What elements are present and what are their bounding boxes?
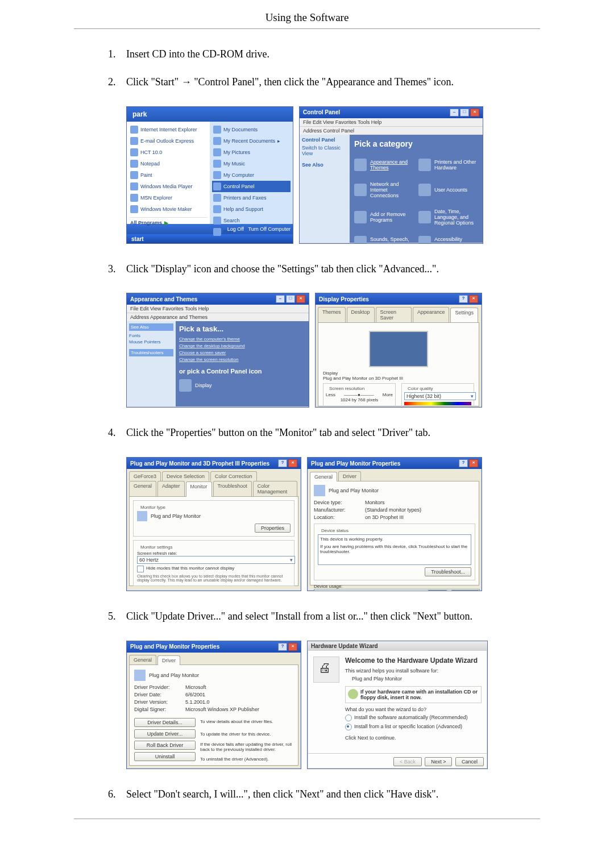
- icon-display[interactable]: Display: [179, 379, 305, 392]
- ok-button[interactable]: OK: [218, 591, 238, 591]
- troubleshoot-button[interactable]: Troubleshoot...: [425, 567, 471, 576]
- hct-icon: [130, 148, 138, 156]
- start-item-mycomputer[interactable]: My Computer: [212, 169, 291, 181]
- menu-bar[interactable]: File Edit View Favorites Tools Help: [127, 305, 309, 313]
- hide-modes-checkbox[interactable]: [137, 566, 144, 572]
- address-bar[interactable]: Address Control Panel: [300, 126, 483, 135]
- close-icon[interactable]: ×: [288, 459, 297, 467]
- uninstall-button[interactable]: Uninstall: [134, 752, 196, 761]
- start-item-msn[interactable]: MSN Explorer: [129, 192, 208, 203]
- start-item-controlpanel[interactable]: Control Panel: [212, 181, 291, 192]
- tab-general[interactable]: General: [310, 472, 337, 481]
- chevron-down-icon: ▾: [290, 557, 293, 563]
- start-item-pictures[interactable]: My Pictures: [212, 147, 291, 158]
- category-network[interactable]: Network and Internet Connections: [354, 181, 414, 198]
- help-icon[interactable]: ?: [278, 643, 287, 651]
- tab-colorcorrection[interactable]: Color Correction: [210, 471, 257, 481]
- category-addremove[interactable]: Add or Remove Programs: [354, 209, 414, 226]
- logoff-button[interactable]: Log Off: [227, 226, 244, 232]
- radio-auto[interactable]: [345, 715, 352, 721]
- cancel-button[interactable]: Cancel: [451, 590, 479, 591]
- start-item-help[interactable]: Help and Support: [212, 203, 291, 215]
- update-driver-desc: To update the driver for this device.: [200, 728, 293, 741]
- tab-driver[interactable]: Driver: [338, 471, 361, 481]
- address-bar[interactable]: Address Appearance and Themes: [127, 313, 309, 321]
- radio-list[interactable]: [345, 724, 352, 730]
- help-icon[interactable]: ?: [459, 459, 468, 467]
- start-item-email[interactable]: E-mail Outlook Express: [129, 135, 208, 147]
- category-accessibility[interactable]: Accessibility Options: [418, 236, 478, 244]
- maximize-icon[interactable]: □: [460, 109, 469, 117]
- update-driver-button[interactable]: Update Driver...: [134, 729, 196, 738]
- task-theme[interactable]: Change the computer's theme: [179, 337, 305, 342]
- start-item-hct[interactable]: HCT 10.0: [129, 147, 208, 158]
- tab-deviceselection[interactable]: Device Selection: [162, 471, 209, 481]
- tab-desktop[interactable]: Desktop: [347, 307, 375, 322]
- menu-bar[interactable]: File Edit View Favorites Tools Help: [300, 118, 483, 126]
- start-item-notepad[interactable]: Notepad: [129, 158, 208, 169]
- tab-monitor[interactable]: Monitor: [186, 481, 212, 497]
- tab-colormanagement[interactable]: Color Management: [253, 481, 297, 496]
- close-icon[interactable]: ×: [470, 109, 479, 117]
- properties-button[interactable]: Properties: [255, 524, 291, 533]
- start-item-internet[interactable]: Internet Internet Explorer: [129, 124, 208, 135]
- tab-settings[interactable]: Settings: [450, 308, 478, 323]
- driver-provider-label: Driver Provider:: [134, 684, 185, 690]
- start-item-moviemaker[interactable]: Windows Movie Maker: [129, 203, 208, 215]
- start-item-search[interactable]: Search: [212, 215, 291, 226]
- close-icon[interactable]: ×: [469, 295, 478, 303]
- start-item-recent[interactable]: My Recent Documents ▸: [212, 135, 291, 147]
- start-item-wmp[interactable]: Windows Media Player: [129, 181, 208, 192]
- turnoff-button[interactable]: Turn Off Computer: [248, 226, 291, 232]
- close-icon[interactable]: ×: [469, 459, 478, 467]
- close-icon[interactable]: ×: [288, 643, 297, 651]
- tab-screensaver[interactable]: Screen Saver: [376, 307, 412, 322]
- network-icon: [354, 184, 367, 196]
- minimize-icon[interactable]: –: [450, 109, 459, 117]
- or-pick-icon-heading: or pick a Control Panel icon: [179, 368, 305, 375]
- tab-driver[interactable]: Driver: [157, 655, 180, 665]
- start-menu-screenshot: park Internet Internet Explorer E-mail O…: [126, 106, 293, 244]
- tab-troubleshoot[interactable]: Troubleshoot: [213, 481, 252, 496]
- color-quality-label: Color quality: [406, 386, 434, 391]
- close-icon[interactable]: ×: [296, 295, 305, 303]
- category-users[interactable]: User Accounts: [418, 181, 478, 198]
- category-datetime[interactable]: Date, Time, Language, and Regional Optio…: [418, 209, 478, 226]
- slider[interactable]: ———●———: [344, 392, 374, 397]
- step-3-text: Click "Display" icon and choose the "Set…: [126, 261, 540, 277]
- refresh-rate-select[interactable]: 60 Hertz▾: [137, 556, 295, 564]
- help-icon[interactable]: ?: [459, 295, 468, 303]
- next-button[interactable]: Next >: [425, 757, 452, 766]
- start-all-programs[interactable]: All Programs ▶: [129, 217, 208, 227]
- cancel-button[interactable]: Cancel: [455, 757, 484, 766]
- color-quality-select[interactable]: Highest (32 bit)▾: [404, 392, 476, 400]
- driver-details-button[interactable]: Driver Details...: [134, 718, 196, 727]
- start-item-printers[interactable]: Printers and Faxes: [212, 192, 291, 203]
- tab-general[interactable]: General: [129, 655, 156, 665]
- task-background[interactable]: Change the desktop background: [179, 343, 305, 348]
- task-screensaver[interactable]: Choose a screen saver: [179, 350, 305, 355]
- rollback-driver-button[interactable]: Roll Back Driver: [134, 741, 196, 750]
- minimize-icon[interactable]: –: [276, 295, 285, 303]
- tab-general[interactable]: General: [129, 481, 156, 496]
- category-sounds[interactable]: Sounds, Speech, and Audio Devices: [354, 236, 414, 244]
- tab-adapter[interactable]: Adapter: [157, 481, 185, 496]
- cancel-button[interactable]: Cancel: [242, 591, 270, 591]
- start-item-paint[interactable]: Paint: [129, 169, 208, 181]
- appearance-icon: [354, 159, 367, 171]
- left-link[interactable]: Fonts: [129, 333, 173, 338]
- start-item-music[interactable]: My Music: [212, 158, 291, 169]
- tab-geforce3[interactable]: GeForce3: [129, 471, 161, 481]
- ok-button[interactable]: OK: [428, 590, 447, 591]
- tab-themes[interactable]: Themes: [318, 307, 346, 322]
- task-resolution[interactable]: Change the screen resolution: [179, 357, 305, 362]
- switch-view-link[interactable]: Switch to Classic View: [302, 145, 347, 156]
- help-icon[interactable]: ?: [278, 459, 287, 467]
- start-item-mydocs[interactable]: My Documents: [212, 124, 291, 135]
- category-printers[interactable]: Printers and Other Hardware: [418, 159, 478, 171]
- device-type-label: Device type:: [314, 500, 365, 505]
- category-appearance-themes[interactable]: Appearance and Themes: [354, 159, 414, 171]
- tab-appearance[interactable]: Appearance: [413, 307, 450, 322]
- maximize-icon[interactable]: □: [286, 295, 295, 303]
- left-link[interactable]: Mouse Pointers: [129, 339, 173, 344]
